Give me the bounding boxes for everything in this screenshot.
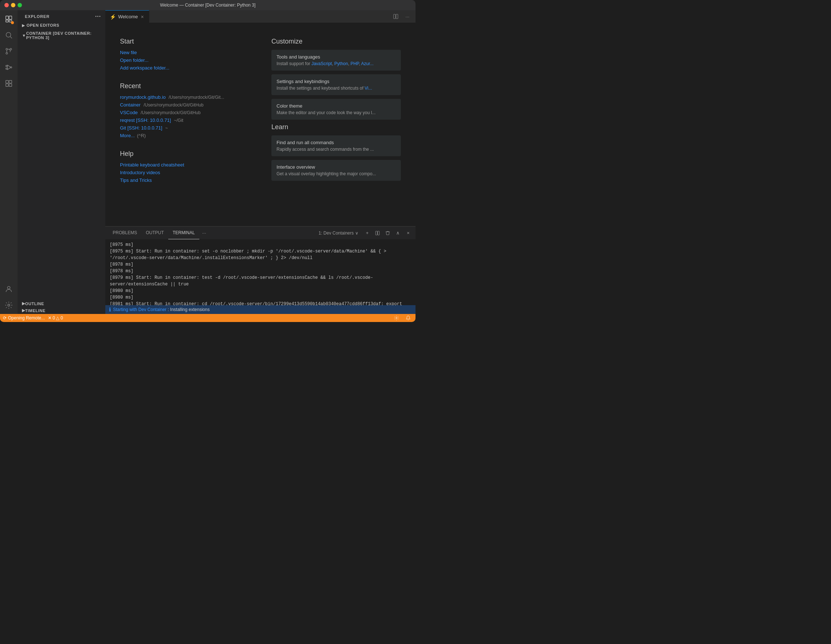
svg-point-16	[7, 287, 10, 289]
js-highlight: JavaScript	[311, 61, 332, 66]
intro-videos-link[interactable]: Introductory videos	[120, 170, 250, 175]
bottom-panel: PROBLEMS OUTPUT TERMINAL ··· 1: Dev Cont…	[105, 226, 416, 314]
terminal-line-5: [8980 ms]	[110, 288, 411, 294]
svg-line-5	[10, 37, 12, 38]
timeline-header[interactable]: ▶ TIMELINE	[18, 307, 105, 314]
container-section: ▼ CONTAINER [DEV CONTAINER: PYTHON 3]	[18, 29, 105, 42]
add-terminal-button[interactable]: +	[363, 229, 372, 238]
activity-account[interactable]	[2, 282, 16, 296]
tips-tricks-link[interactable]: Tips and Tricks	[120, 177, 250, 183]
outline-label: OUTLINE	[25, 301, 44, 306]
status-bar: ⟳ Opening Remote... ✕ 0 △ 0	[0, 314, 416, 322]
recent-item-2: VSCode /Users/rorymurdock/Git/GitHub	[120, 110, 250, 115]
svg-point-6	[6, 48, 8, 50]
recent-item-4-name[interactable]: Git [SSH: 10.0.0.71]	[120, 125, 162, 131]
remote-label: Opening Remote...	[8, 316, 45, 320]
error-count: 0	[53, 316, 55, 320]
recent-item-2-name[interactable]: VSCode	[120, 110, 137, 115]
tab-actions: ···	[391, 11, 416, 22]
find-commands-card[interactable]: Find and run all commands Rapidly access…	[271, 135, 401, 156]
tools-languages-card[interactable]: Tools and languages Install support for …	[271, 50, 401, 71]
welcome-page: Start New file Open folder... Add worksp…	[105, 23, 416, 226]
settings-keybindings-card[interactable]: Settings and keybindings Install the set…	[271, 74, 401, 95]
info-suffix: : Installing extensions	[167, 307, 210, 312]
welcome-right-column: Customize Tools and languages Install su…	[271, 38, 401, 219]
minimize-button[interactable]	[11, 3, 15, 7]
open-editors-label: OPEN EDITORS	[27, 23, 60, 27]
activity-bar	[0, 10, 18, 314]
svg-rect-1	[9, 16, 12, 19]
tab-welcome[interactable]: ⚡ Welcome ×	[105, 10, 149, 23]
status-settings-icon[interactable]	[392, 314, 401, 322]
svg-rect-20	[376, 231, 377, 235]
open-folder-link[interactable]: Open folder...	[120, 57, 250, 63]
outline-header[interactable]: ▶ OUTLINE	[18, 300, 105, 307]
recent-item-0-name[interactable]: rorymurdock.github.io	[120, 94, 166, 100]
terminal-line-3: [8978 ms]	[110, 268, 411, 274]
tab-problems[interactable]: PROBLEMS	[108, 226, 142, 239]
terminal-line-4: [8979 ms] Start: Run in container: test …	[110, 274, 411, 288]
svg-rect-14	[6, 84, 8, 86]
window-title: Welcome — Container [Dev Container: Pyth…	[160, 3, 255, 8]
status-remote[interactable]: ⟳ Opening Remote...	[3, 316, 45, 320]
tab-output[interactable]: OUTPUT	[142, 226, 168, 239]
activity-source-control[interactable]	[2, 44, 16, 59]
maximize-button[interactable]	[18, 3, 22, 7]
svg-rect-0	[6, 16, 8, 19]
add-workspace-folder-link[interactable]: Add workspace folder...	[120, 65, 250, 71]
terminal-line-0: [8975 ms]	[110, 241, 411, 248]
titlebar: Welcome — Container [Dev Container: Pyth…	[0, 0, 416, 10]
activity-extensions[interactable]	[2, 76, 16, 91]
status-errors[interactable]: ✕ 0 △ 0	[48, 316, 63, 320]
keyboard-cheatsheet-link[interactable]: Printable keyboard cheatsheet	[120, 162, 250, 167]
new-file-link[interactable]: New file	[120, 50, 250, 55]
dev-container-link[interactable]: Starting with Dev Container	[113, 307, 166, 312]
open-editors-chevron: ▶	[22, 24, 25, 27]
svg-rect-15	[9, 84, 12, 86]
open-editors-section: ▶ OPEN EDITORS	[18, 21, 105, 29]
terminal-selector[interactable]: 1: Dev Containers ∨	[316, 230, 361, 236]
explorer-more-icon[interactable]: ···	[95, 13, 101, 20]
tab-welcome-close[interactable]: ×	[140, 13, 145, 21]
trash-terminal-button[interactable]	[383, 229, 392, 238]
activity-run-debug[interactable]	[2, 60, 16, 75]
remote-icon: ⟳	[3, 316, 6, 320]
activity-settings[interactable]	[2, 298, 16, 312]
close-button[interactable]	[5, 3, 9, 7]
tools-languages-title: Tools and languages	[277, 54, 396, 60]
warning-icon: △	[56, 316, 59, 320]
status-notification-icon[interactable]	[404, 314, 412, 322]
svg-point-9	[6, 65, 7, 67]
color-theme-desc: Make the editor and your code look the w…	[277, 110, 396, 115]
panel-tabs: PROBLEMS OUTPUT TERMINAL ··· 1: Dev Cont…	[105, 226, 416, 239]
info-text: Starting with Dev Container : Installing…	[113, 307, 210, 312]
recent-item-1-name[interactable]: Container	[120, 102, 140, 108]
help-title: Help	[120, 150, 250, 158]
container-header[interactable]: ▼ CONTAINER [DEV CONTAINER: PYTHON 3]	[18, 30, 105, 41]
color-theme-card[interactable]: Color theme Make the editor and your cod…	[271, 99, 401, 120]
activity-explorer[interactable]	[2, 12, 16, 26]
tab-terminal[interactable]: TERMINAL	[168, 226, 199, 239]
more-recent-link[interactable]: More...	[120, 133, 135, 138]
svg-point-7	[6, 52, 8, 54]
outline-chevron: ▶	[22, 301, 25, 306]
recent-section: Recent rorymurdock.github.io /Users/rory…	[120, 82, 250, 138]
activity-search[interactable]	[2, 28, 16, 43]
recent-item-3: reqrest [SSH: 10.0.0.71] ~/Git	[120, 118, 250, 123]
svg-point-11	[11, 67, 12, 68]
customize-title: Customize	[271, 38, 401, 45]
recent-item-1-path: /Users/rorymurdock/Git/GitHub	[143, 102, 203, 108]
chevron-up-button[interactable]: ∧	[393, 229, 402, 238]
close-panel-button[interactable]: ×	[404, 229, 412, 238]
terminal-content[interactable]: [8975 ms] [8975 ms] Start: Run in contai…	[105, 239, 416, 305]
split-terminal-button[interactable]	[373, 229, 382, 238]
panel-more-icon[interactable]: ···	[199, 230, 209, 236]
split-editor-button[interactable]	[391, 11, 401, 22]
recent-item-3-name[interactable]: reqrest [SSH: 10.0.0.71]	[120, 118, 171, 123]
more-actions-button[interactable]: ···	[402, 11, 412, 22]
terminal-line-2: [8978 ms]	[110, 261, 411, 268]
start-section: Start New file Open folder... Add worksp…	[120, 38, 250, 71]
open-editors-header[interactable]: ▶ OPEN EDITORS	[18, 22, 105, 29]
svg-rect-18	[393, 14, 395, 19]
interface-overview-card[interactable]: Interface overview Get a visual overlay …	[271, 160, 401, 181]
